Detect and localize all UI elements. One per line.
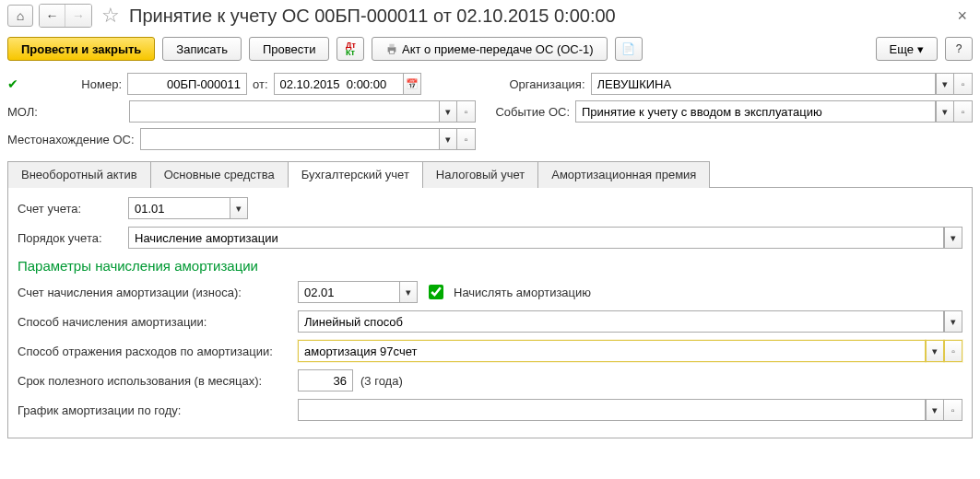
event-open[interactable] [954, 100, 973, 123]
attachment-button[interactable]: 📄 [615, 37, 643, 61]
schedule-open[interactable] [944, 399, 962, 421]
account-input[interactable] [128, 197, 230, 219]
event-dropdown[interactable]: ▾ [936, 100, 954, 123]
mol-dropdown[interactable]: ▾ [439, 100, 457, 123]
order-dropdown[interactable]: ▾ [944, 227, 962, 249]
event-label: Событие ОС: [481, 105, 570, 119]
org-open[interactable] [954, 73, 973, 95]
life-input[interactable] [298, 369, 353, 391]
location-dropdown[interactable]: ▾ [439, 128, 457, 150]
more-label: Еще [890, 42, 914, 56]
event-group: ▾ [575, 100, 973, 123]
mol-group: ▾ [129, 100, 476, 123]
print-act-label: Акт о приеме-передаче ОС (ОС-1) [402, 42, 594, 56]
row-order: Порядок учета: ▾ [18, 227, 962, 249]
tab-fixed-assets[interactable]: Основные средства [150, 161, 289, 188]
location-group: ▾ [140, 128, 476, 150]
event-input[interactable] [575, 100, 936, 123]
svg-rect-2 [390, 51, 395, 54]
tab-noncurrent-asset[interactable]: Внеоборотный актив [7, 161, 151, 188]
print-act-button[interactable]: Акт о приеме-передаче ОС (ОС-1) [372, 37, 607, 61]
window-header: ⌂ ← → ☆ Принятие к учету ОС 00БП-000011 … [0, 0, 980, 31]
expense-open[interactable] [944, 340, 962, 362]
svg-rect-1 [390, 44, 395, 48]
post-and-close-button[interactable]: Провести и закрыть [7, 37, 155, 61]
from-label: от: [253, 77, 268, 91]
schedule-input[interactable] [298, 399, 926, 421]
schedule-label: График амортизации по году: [18, 403, 290, 417]
expense-group: ▾ [298, 340, 962, 362]
save-button[interactable]: Записать [162, 37, 242, 61]
tab-bonus[interactable]: Амортизационная премия [537, 161, 710, 188]
nav-group: ← → [39, 4, 92, 28]
number-input[interactable] [127, 73, 247, 95]
depr-account-input[interactable] [298, 281, 399, 303]
expense-input[interactable] [298, 340, 926, 362]
row-number: ✔ Номер: от: Организация: ▾ [0, 70, 980, 98]
row-expense: Способ отражения расходов по амортизации… [18, 340, 962, 362]
order-input[interactable] [128, 227, 944, 249]
compute-depr-checkbox[interactable] [429, 285, 443, 299]
mol-open[interactable] [457, 100, 476, 123]
order-label: Порядок учета: [18, 231, 121, 245]
date-group [274, 73, 421, 95]
post-button[interactable]: Провести [249, 37, 330, 61]
account-dropdown[interactable]: ▾ [230, 197, 248, 219]
row-life: Срок полезного использования (в месяцах)… [18, 369, 962, 391]
favorite-star-icon[interactable]: ☆ [98, 4, 124, 28]
back-button[interactable]: ← [40, 5, 65, 27]
tab-tax[interactable]: Налоговый учет [422, 161, 538, 188]
depr-section-title: Параметры начисления амортизации [18, 258, 962, 274]
life-label: Срок полезного использования (в месяцах)… [18, 374, 290, 388]
tab-body-accounting: Счет учета: ▾ Порядок учета: ▾ Параметры… [7, 188, 973, 438]
open-icon [951, 404, 955, 415]
open-icon [962, 106, 965, 117]
schedule-dropdown[interactable]: ▾ [926, 399, 944, 421]
method-dropdown[interactable]: ▾ [944, 310, 962, 333]
more-button[interactable]: Еще▾ [876, 37, 938, 61]
page-title: Принятие к учету ОС 00БП-000011 от 02.10… [129, 6, 946, 27]
home-button[interactable]: ⌂ [7, 5, 33, 27]
tabs: Внеоборотный актив Основные средства Бух… [7, 160, 973, 188]
location-label: Местонахождение ОС: [7, 133, 135, 146]
mol-input[interactable] [129, 100, 439, 123]
schedule-group: ▾ [298, 399, 962, 421]
life-hint: (3 года) [360, 374, 403, 388]
open-icon [951, 345, 955, 356]
method-group: ▾ [298, 310, 962, 333]
open-icon [465, 106, 468, 117]
order-group: ▾ [128, 227, 962, 249]
method-input[interactable] [298, 310, 944, 333]
toolbar: Провести и закрыть Записать Провести ДтК… [0, 31, 980, 70]
account-label: Счет учета: [18, 202, 121, 216]
number-label: Номер: [31, 77, 122, 91]
dtkt-icon[interactable]: ДтКт [337, 37, 364, 61]
account-group: ▾ [128, 197, 248, 219]
org-input[interactable] [591, 73, 936, 95]
calendar-button[interactable] [403, 73, 421, 95]
expense-label: Способ отражения расходов по амортизации… [18, 345, 290, 358]
location-open[interactable] [457, 128, 476, 150]
mol-label: МОЛ: [7, 105, 124, 119]
expense-dropdown[interactable]: ▾ [926, 340, 944, 362]
org-group: ▾ [591, 73, 973, 95]
depr-account-dropdown[interactable]: ▾ [399, 281, 418, 303]
printer-icon [385, 42, 398, 55]
row-mol: МОЛ: ▾ Событие ОС: ▾ [0, 98, 980, 125]
location-input[interactable] [140, 128, 439, 150]
tab-accounting[interactable]: Бухгалтерский учет [288, 161, 423, 188]
help-button[interactable]: ? [945, 37, 973, 61]
date-input[interactable] [274, 73, 403, 95]
row-location: Местонахождение ОС: ▾ [0, 125, 980, 153]
row-schedule: График амортизации по году: ▾ [18, 399, 962, 421]
org-dropdown[interactable]: ▾ [936, 73, 954, 95]
row-method: Способ начисления амортизации: ▾ [18, 310, 962, 333]
depr-account-label: Счет начисления амортизации (износа): [18, 286, 290, 299]
open-icon [465, 134, 468, 145]
forward-button[interactable]: → [65, 5, 91, 27]
close-icon[interactable]: × [951, 6, 973, 26]
method-label: Способ начисления амортизации: [18, 315, 290, 329]
open-icon [962, 78, 965, 89]
depr-account-group: ▾ [298, 281, 418, 303]
row-account: Счет учета: ▾ [18, 197, 962, 219]
